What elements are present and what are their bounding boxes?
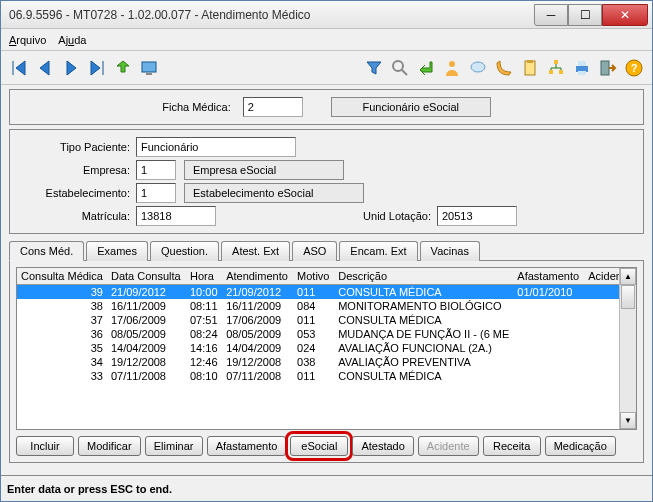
estab-desc: Estabelecimento eSocial [184,183,364,203]
col-motivo[interactable]: Motivo [293,268,334,285]
col-afast[interactable]: Afastamento [513,268,584,285]
tab-atest-ext[interactable]: Atest. Ext [221,241,290,261]
svg-rect-5 [525,61,535,75]
vertical-scrollbar[interactable]: ▲ ▼ [619,268,636,429]
svg-rect-0 [142,62,156,72]
receita-button[interactable]: Receita [483,436,541,456]
org-icon[interactable] [544,56,568,80]
unid-input[interactable]: 20513 [437,206,517,226]
search-icon[interactable] [388,56,412,80]
scroll-thumb[interactable] [621,285,635,309]
acidente-button[interactable]: Acidente [418,436,479,456]
user-icon[interactable] [440,56,464,80]
col-consulta[interactable]: Consulta Médica [17,268,107,285]
app-window: 06.9.5596 - MT0728 - 1.02.00.077 - Atend… [0,0,653,502]
svg-rect-7 [554,60,558,64]
svg-rect-13 [601,61,609,75]
clipboard-icon[interactable] [518,56,542,80]
ficha-input[interactable]: 2 [243,97,303,117]
col-desc[interactable]: Descrição [334,268,513,285]
svg-rect-9 [559,70,563,74]
refresh-icon[interactable] [111,56,135,80]
exit-icon[interactable] [596,56,620,80]
col-data[interactable]: Data Consulta [107,268,186,285]
close-button[interactable]: ✕ [602,4,648,26]
minimize-button[interactable]: ─ [534,4,568,26]
ficha-panel: Ficha Médica: 2 Funcionário eSocial [9,89,644,125]
col-hora[interactable]: Hora [186,268,222,285]
table-row[interactable]: 3816/11/200908:1116/11/2009084MONITORAME… [17,299,636,313]
table-row[interactable]: 3307/11/200808:1007/11/2008011CONSULTA M… [17,369,636,383]
eliminar-button[interactable]: Eliminar [145,436,203,456]
table-row[interactable]: 3608/05/200908:2408/05/2009053MUDANÇA DE… [17,327,636,341]
maximize-button[interactable]: ☐ [568,4,602,26]
table-row[interactable]: 3921/09/201210:0021/09/2012011CONSULTA M… [17,285,636,300]
table-row[interactable]: 3717/06/200907:5117/06/2009011CONSULTA M… [17,313,636,327]
menubar: Arquivo Ajuda [1,29,652,51]
toolbar: ? [1,51,652,85]
estab-label: Estabelecimento: [16,187,136,199]
return-icon[interactable] [414,56,438,80]
matricula-label: Matrícula: [16,210,136,222]
funcionario-esocial-button[interactable]: Funcionário eSocial [331,97,491,117]
incluir-button[interactable]: Incluir [16,436,74,456]
paciente-panel: Tipo Paciente: Funcionário Empresa: 1 Em… [9,129,644,234]
esocial-button[interactable]: eSocial [290,436,348,456]
nav-first-icon[interactable] [7,56,31,80]
statusbar: Enter data or press ESC to end. [1,475,652,501]
tabs: Cons Méd. Exames Question. Atest. Ext AS… [9,240,644,260]
tab-aso[interactable]: ASO [292,241,337,261]
print-icon[interactable] [570,56,594,80]
status-text: Enter data or press ESC to end. [7,483,172,495]
svg-rect-8 [549,70,553,74]
svg-rect-11 [578,61,586,66]
nav-next-icon[interactable] [59,56,83,80]
titlebar: 06.9.5596 - MT0728 - 1.02.00.077 - Atend… [1,1,652,29]
svg-rect-1 [146,73,152,75]
unid-label: Unid Lotação: [363,210,437,222]
nav-prev-icon[interactable] [33,56,57,80]
empresa-input[interactable]: 1 [136,160,176,180]
atestado-button[interactable]: Atestado [352,436,413,456]
table-row[interactable]: 3514/04/200914:1614/04/2009024AVALIAÇÃO … [17,341,636,355]
tab-page: Consulta Médica Data Consulta Hora Atend… [9,260,644,463]
nav-last-icon[interactable] [85,56,109,80]
modificar-button[interactable]: Modificar [78,436,141,456]
window-buttons: ─ ☐ ✕ [534,4,648,26]
button-row: Incluir Modificar Eliminar Afastamento e… [16,436,637,456]
tab-vacinas[interactable]: Vacinas [420,241,480,261]
scroll-up-icon[interactable]: ▲ [620,268,636,285]
content-area: Ficha Médica: 2 Funcionário eSocial Tipo… [1,85,652,467]
afastamento-button[interactable]: Afastamento [207,436,287,456]
tab-encam-ext[interactable]: Encam. Ext [339,241,417,261]
svg-point-2 [393,61,403,71]
svg-point-4 [471,62,485,72]
ficha-label: Ficha Médica: [162,101,236,113]
tab-exames[interactable]: Exames [86,241,148,261]
tipo-paciente-input[interactable]: Funcionário [136,137,296,157]
scroll-down-icon[interactable]: ▼ [620,412,636,429]
tipo-paciente-label: Tipo Paciente: [16,141,136,153]
svg-rect-6 [527,60,533,63]
medicacao-button[interactable]: Medicação [545,436,616,456]
tab-cons-med[interactable]: Cons Méd. [9,241,84,261]
tab-question[interactable]: Question. [150,241,219,261]
matricula-input[interactable]: 13818 [136,206,216,226]
svg-point-3 [449,61,455,67]
svg-rect-12 [578,71,586,75]
window-title: 06.9.5596 - MT0728 - 1.02.00.077 - Atend… [1,8,534,22]
table-row[interactable]: 3419/12/200812:4619/12/2008038AVALIAÇÃO … [17,355,636,369]
chat-icon[interactable] [466,56,490,80]
display-icon[interactable] [137,56,161,80]
svg-text:?: ? [631,62,638,74]
help-icon[interactable]: ? [622,56,646,80]
filter-icon[interactable] [362,56,386,80]
empresa-label: Empresa: [16,164,136,176]
menu-ajuda[interactable]: Ajuda [58,34,86,46]
empresa-desc: Empresa eSocial [184,160,344,180]
menu-arquivo[interactable]: Arquivo [9,34,46,46]
phone-icon[interactable] [492,56,516,80]
col-atend[interactable]: Atendimento [222,268,293,285]
grid[interactable]: Consulta Médica Data Consulta Hora Atend… [16,267,637,430]
estab-input[interactable]: 1 [136,183,176,203]
